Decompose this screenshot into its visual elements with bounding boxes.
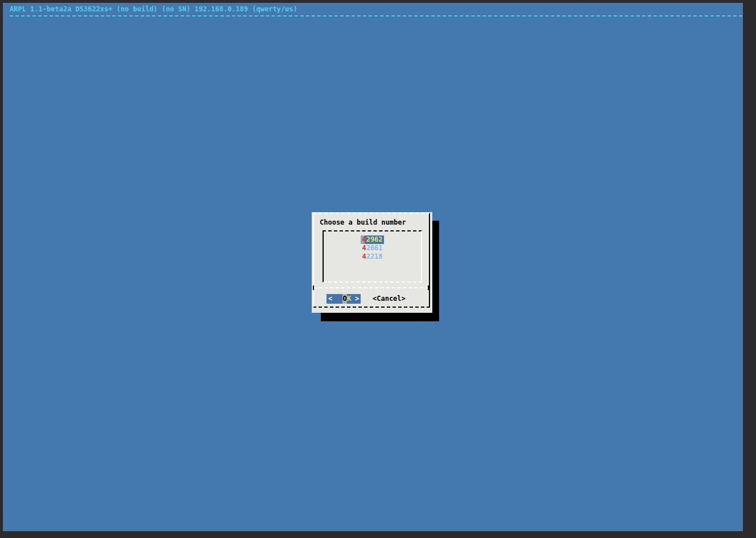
- build-option[interactable]: 42661: [324, 244, 421, 253]
- backtitle-separator-line: [10, 15, 742, 16]
- build-number-dialog: Choose a build number 429624266142218 < …: [312, 212, 432, 313]
- ok-bracket-left: <: [328, 294, 332, 304]
- backtitle: ARPL 1.1-beta2a DS3622xs+ (no build) (no…: [10, 5, 298, 14]
- ok-cursor-char: O: [342, 294, 347, 304]
- cancel-button[interactable]: <Cancel>: [373, 294, 406, 304]
- ok-button[interactable]: < O K >: [327, 294, 361, 304]
- build-option[interactable]: 42218: [324, 253, 421, 261]
- dialog-title: Choose a build number: [320, 218, 406, 227]
- terminal-screen: ARPL 1.1-beta2a DS3622xs+ (no build) (no…: [3, 3, 743, 531]
- build-list: 429624266142218: [323, 230, 422, 283]
- button-separator-line: [313, 287, 429, 288]
- ok-bracket-right: >: [355, 294, 359, 304]
- build-option[interactable]: 42962: [324, 235, 421, 244]
- ok-label-rest: K: [347, 294, 351, 304]
